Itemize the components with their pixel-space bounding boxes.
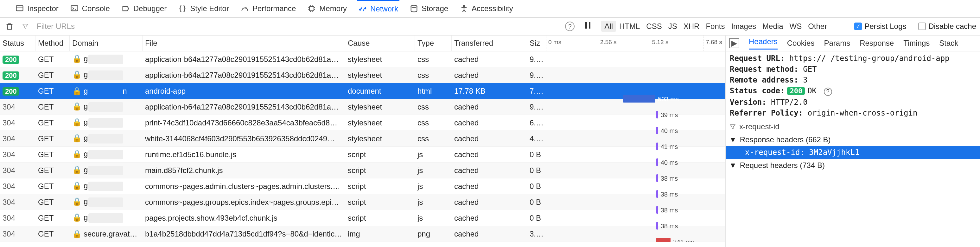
tab-network[interactable]: Network [357, 0, 399, 17]
help-icon[interactable]: ? [565, 22, 574, 31]
rtab-stack[interactable]: Stack [939, 39, 958, 48]
tab-memory[interactable]: Memory [306, 0, 348, 17]
svg-rect-7 [589, 22, 590, 29]
request-row[interactable]: 304GET🔒gcommons~pages.admin.clusters~pag… [0, 178, 725, 194]
request-row[interactable]: 200GET🔒gapplication-b64a1277a08c29019155… [0, 67, 725, 83]
svg-rect-6 [585, 22, 587, 29]
tab-accessibility[interactable]: Accessibility [458, 0, 514, 17]
lock-icon: 🔒 [72, 165, 82, 174]
col-type[interactable]: Type [415, 35, 452, 51]
svg-point-4 [411, 5, 417, 8]
lock-icon: 🔒 [72, 134, 82, 142]
lock-icon: 🔒 [72, 54, 82, 63]
col-transferred[interactable]: Transferred [452, 35, 527, 51]
waterfall-bar: 38 ms [656, 174, 658, 182]
waterfall-tick: 0 ms [546, 35, 561, 51]
col-size[interactable]: Siz [527, 35, 546, 51]
type-filter-ws[interactable]: WS [786, 21, 805, 32]
lock-icon: 🔒 [72, 118, 82, 126]
request-headers-section[interactable]: ▼Request headers (734 B) [726, 159, 980, 172]
waterfall-bar: 241 ms [656, 238, 671, 242]
request-row[interactable]: 304GET🔒gmain.d857fcf2.chunk.jsscriptjsca… [0, 162, 725, 178]
tab-debugger[interactable]: Debugger [120, 0, 168, 17]
pause-icon[interactable] [585, 22, 591, 31]
waterfall-bar: 39 ms [656, 111, 658, 119]
type-filter-images[interactable]: Images [728, 21, 759, 32]
tab-inspector[interactable]: Inspector [14, 0, 60, 17]
persist-logs-checkbox[interactable]: ✓Persist Logs [854, 22, 906, 31]
type-filter-xhr[interactable]: XHR [680, 21, 703, 32]
waterfall-bar: 40 ms [656, 127, 658, 134]
svg-point-5 [463, 5, 465, 7]
type-filter-media[interactable]: Media [759, 21, 786, 32]
col-status[interactable]: Status [0, 35, 35, 51]
type-filter-js[interactable]: JS [665, 21, 680, 32]
type-filter-css[interactable]: CSS [643, 21, 665, 32]
col-waterfall[interactable]: 0 ms2.56 s5.12 s7.68 s [546, 35, 725, 51]
lock-icon: 🔒 [72, 102, 82, 111]
col-cause[interactable]: Cause [345, 35, 415, 51]
svg-rect-2 [71, 6, 78, 11]
type-filter-all[interactable]: All [601, 21, 616, 32]
header-status-code: Status code:200OK ? [730, 87, 976, 96]
col-file[interactable]: File [143, 35, 345, 51]
tab-console[interactable]: Console [69, 0, 111, 17]
filter-icon[interactable] [20, 21, 31, 32]
rtab-timings[interactable]: Timings [904, 39, 930, 48]
type-filter-html[interactable]: HTML [616, 21, 643, 32]
lock-icon: 🔒 [72, 87, 82, 95]
type-filter-other[interactable]: Other [805, 21, 830, 32]
waterfall-bar: 38 ms [656, 206, 658, 214]
tab-storage[interactable]: Storage [408, 0, 449, 17]
lock-icon: 🔒 [72, 197, 82, 206]
request-row[interactable]: 304GET🔒gwhite-3144068cf4f603d290f553b653… [0, 131, 725, 147]
request-row[interactable]: 304GET🔒secure.gravatar.…b1a4b2518dbbdd47… [0, 226, 725, 242]
header-remote-address: Remote address: 3 [730, 75, 976, 85]
request-row[interactable]: 304GET🔒gruntime.ef1d5c16.bundle.jsscript… [0, 147, 725, 162]
waterfall-tick: 5.12 s [650, 35, 669, 51]
rtab-headers[interactable]: Headers [749, 37, 778, 50]
request-row[interactable]: 200GET🔒gnandroid-appdocumenthtml17.78 KB… [0, 83, 725, 99]
tab-performance[interactable]: Performance [239, 0, 297, 17]
rtab-response[interactable]: Response [860, 39, 894, 48]
info-icon[interactable]: ? [824, 88, 832, 96]
waterfall-tick: 7.68 s [703, 35, 722, 51]
request-row[interactable]: 304GET🔒gprint-74c3df10dad473d66660c828e3… [0, 115, 725, 131]
header-referrer-policy: Referrer Policy: origin-when-cross-origi… [730, 109, 976, 117]
col-method[interactable]: Method [35, 35, 70, 51]
rtab-params[interactable]: Params [824, 39, 850, 48]
header-version: Version: HTTP/2.0 [730, 98, 976, 107]
waterfall-bar: 38 ms [656, 222, 658, 229]
headers-filter-input[interactable]: x-request-id [726, 120, 980, 133]
header-match-row[interactable]: x-request-id: 3M2aVjjhkL1 [726, 146, 980, 159]
waterfall-bar: 41 ms [656, 143, 658, 150]
rtab-cookies[interactable]: Cookies [787, 39, 815, 48]
col-domain[interactable]: Domain [70, 35, 143, 51]
header-request-url: Request URL: https:// /testing-group/and… [730, 54, 976, 63]
request-row[interactable]: 304GET🔒gpages.projects.show.493eb4cf.chu… [0, 210, 725, 226]
lock-icon: 🔒 [72, 213, 82, 221]
clear-icon[interactable] [4, 21, 15, 32]
tab-style-editor[interactable]: Style Editor [177, 0, 230, 17]
waterfall-bar: 503 ms [623, 95, 655, 103]
request-row[interactable]: 200GET🔒gapplication-b64a1277a08c29019155… [0, 51, 725, 67]
lock-icon: 🔒 [72, 229, 82, 238]
lock-icon: 🔒 [72, 70, 82, 79]
request-row[interactable]: 304GET🔒gapplication-b64a1277a08c29019155… [0, 99, 725, 115]
filter-urls-input[interactable]: Filter URLs [37, 22, 75, 31]
svg-rect-3 [309, 6, 314, 11]
lock-icon: 🔒 [72, 181, 82, 190]
disable-cache-checkbox[interactable]: Disable cache [918, 22, 976, 31]
waterfall-tick: 2.56 s [598, 35, 617, 51]
request-row[interactable]: 304GET🔒gcommons~pages.groups.epics.index… [0, 194, 725, 210]
waterfall-bar: 40 ms [656, 159, 658, 166]
header-request-method: Request method: GET [730, 65, 976, 74]
type-filter-fonts[interactable]: Fonts [703, 21, 728, 32]
toggle-raw-icon[interactable]: ▶ [729, 38, 739, 48]
svg-rect-1 [16, 6, 23, 11]
lock-icon: 🔒 [72, 149, 82, 158]
waterfall-bar: 38 ms [656, 190, 658, 198]
response-headers-section[interactable]: ▼Response headers (662 B) [726, 133, 980, 146]
